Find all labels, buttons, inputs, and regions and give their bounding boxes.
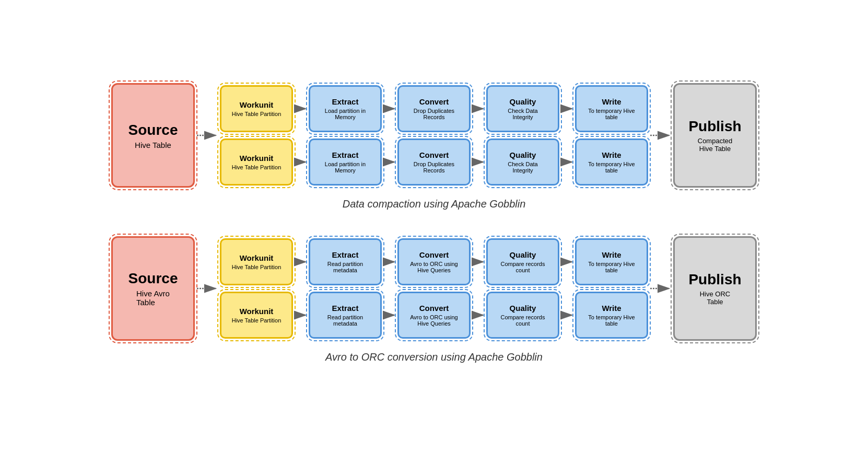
diagram1-row1-step2-subtitle: Drop DuplicatesRecords — [414, 108, 454, 120]
diagram2-row2: Workunit Hive Table Partition Extract Re… — [220, 292, 648, 339]
diagram1-row1-step4-subtitle: To temporary Hivetable — [588, 108, 635, 120]
arrow-s1-s2-r2d1 — [382, 156, 397, 168]
diagram1-row2-workunit-title: Workunit — [240, 154, 274, 163]
diagram2-caption: Avro to ORC conversion using Apache Gobb… — [325, 351, 543, 363]
diagram1-row2-step4-subtitle: To temporary Hivetable — [588, 161, 635, 174]
diagram1-row2-step1: Extract Load partition inMemory — [309, 138, 382, 186]
diagram2-publish-box: Publish Hive ORCTable — [673, 236, 757, 341]
diagram1-row2-step1-title: Extract — [332, 151, 359, 159]
arrow-s3-s4-r2d1 — [559, 156, 575, 168]
diagram2-row2-step3-title: Quality — [510, 304, 536, 313]
arrow-wu1-steps1-d2 — [293, 256, 309, 268]
arrow-s2-s3-r1d1 — [471, 103, 486, 114]
diagram1-row1-step1-title: Extract — [332, 97, 359, 106]
diagram2-row2-step4: Write To temporary Hivetable — [575, 292, 648, 339]
diagram2-source-subtitle: Hive AvroTable — [136, 289, 170, 307]
diagram2-row1-workunit: Workunit Hive Table Partition — [220, 238, 293, 285]
diagram2-row2-step1-subtitle: Read partitionmetadata — [327, 314, 363, 327]
diagram1-row2-step2: Convert Drop DuplicatesRecords — [397, 138, 471, 186]
diagram2-row1-step1: Extract Read partitionmetadata — [309, 238, 382, 285]
diagram2-row2-step1-title: Extract — [332, 304, 359, 313]
diagram2-row2-workunit-subtitle: Hive Table Partition — [232, 317, 281, 324]
diagram1-row2-workunit-subtitle: Hive Table Partition — [232, 164, 281, 170]
diagram2-row2-workunit-title: Workunit — [240, 307, 274, 316]
diagram1-row1-steps: Extract Load partition inMemory Convert … — [309, 85, 648, 132]
diagram1-row2-workunit: Workunit Hive Table Partition — [220, 138, 293, 186]
diagram2-row2-step2-title: Convert — [419, 304, 449, 313]
diagram1-source-title: Source — [128, 122, 178, 138]
diagram2-flow: Source Hive AvroTable Workunit Hive Tabl… — [111, 236, 757, 341]
diagram1-row2: Workunit Hive Table Partition Extract Lo… — [220, 138, 648, 186]
diagram2-row1-step4-subtitle: To temporary Hivetable — [588, 261, 635, 273]
diagram1-row1-step1-subtitle: Load partition inMemory — [325, 108, 366, 120]
diagram2-row2-step4-title: Write — [602, 304, 621, 313]
arrow-rows-to-publish-1 — [648, 130, 673, 141]
arrow-rows-to-publish-2 — [648, 283, 673, 294]
arrow-wu2-steps2 — [293, 156, 309, 168]
arrow-s1-s2-r1d1 — [382, 103, 397, 114]
diagram2-rows: Workunit Hive Table Partition Extract Re… — [220, 238, 648, 339]
diagram1-row1-workunit-subtitle: Hive Table Partition — [232, 111, 281, 117]
diagram1-flow: Source Hive Table Workunit Hive Table Pa… — [111, 83, 757, 188]
diagram1-row1-step3: Quality Check DataIntegrity — [486, 85, 559, 132]
diagram2-row2-step2: Convert Avro to ORC usingHive Queries — [397, 292, 471, 339]
diagram2-row1-step2: Convert Avro to ORC usingHive Queries — [397, 238, 471, 285]
diagram1-row1-workunit-title: Workunit — [240, 100, 274, 109]
diagram2-row2-step4-subtitle: To temporary Hivetable — [588, 314, 635, 327]
diagram1-row1-workunit: Workunit Hive Table Partition — [220, 85, 293, 132]
diagram2: Source Hive AvroTable Workunit Hive Tabl… — [111, 236, 757, 363]
diagram1: Source Hive Table Workunit Hive Table Pa… — [111, 83, 757, 210]
diagram1-row2-steps: Extract Load partition inMemory Convert … — [309, 138, 648, 186]
diagram2-row1-workunit-title: Workunit — [240, 253, 274, 262]
diagram1-row2-step2-title: Convert — [419, 151, 449, 159]
diagram1-row2-step3-title: Quality — [510, 151, 536, 159]
diagram2-publish-subtitle: Hive ORCTable — [700, 290, 731, 306]
arrow-s2-s3-r2d1 — [471, 156, 486, 168]
diagram2-row1-step3-subtitle: Compare recordscount — [501, 261, 545, 273]
diagram2-source-title: Source — [128, 270, 178, 287]
diagram2-row1-step4: Write To temporary Hivetable — [575, 238, 648, 285]
diagram1-caption: Data compaction using Apache Gobblin — [343, 198, 526, 210]
diagram2-row1-step2-subtitle: Avro to ORC usingHive Queries — [410, 261, 458, 273]
arrow-s2-s3-r1d2 — [471, 256, 486, 268]
diagram2-row1-step1-title: Extract — [332, 250, 359, 259]
diagram1-row2-step4-title: Write — [602, 151, 621, 159]
arrow-wu1-steps1 — [293, 103, 309, 114]
diagram2-row1: Workunit Hive Table Partition Extract Re… — [220, 238, 648, 285]
diagram2-row2-step3-subtitle: Compare recordscount — [501, 314, 545, 327]
diagram2-row2-workunit: Workunit Hive Table Partition — [220, 292, 293, 339]
diagram2-source-box: Source Hive AvroTable — [111, 236, 195, 341]
diagram1-row1-step3-subtitle: Check DataIntegrity — [508, 108, 537, 120]
arrow-s1-s2-r2d2 — [382, 309, 397, 321]
diagram1-row1-step3-title: Quality — [510, 97, 536, 106]
diagram2-row2-step1: Extract Read partitionmetadata — [309, 292, 382, 339]
diagram1-publish-subtitle: CompactedHive Table — [698, 137, 732, 153]
diagram1-rows: Workunit Hive Table Partition Extract Lo… — [220, 85, 648, 186]
arrow-wu2-steps2-d2 — [293, 309, 309, 321]
diagram2-publish-title: Publish — [688, 271, 741, 288]
arrow-s2-s3-r2d2 — [471, 309, 486, 321]
diagram2-row2-steps: Extract Read partitionmetadata Convert A… — [309, 292, 648, 339]
diagram2-row1-step3-title: Quality — [510, 250, 536, 259]
diagram1-row2-step1-subtitle: Load partition inMemory — [325, 161, 366, 174]
arrow-source-to-rows-1 — [195, 130, 220, 141]
arrow-s3-s4-r1d2 — [559, 256, 575, 268]
diagram1-source-box: Source Hive Table — [111, 83, 195, 188]
diagram1-row1-step2-title: Convert — [419, 97, 449, 106]
diagram1-row1-step1: Extract Load partition inMemory — [309, 85, 382, 132]
diagram1-row1-step4: Write To temporary Hivetable — [575, 85, 648, 132]
diagram2-row1-workunit-subtitle: Hive Table Partition — [232, 264, 281, 270]
arrow-s3-s4-r1d1 — [559, 103, 575, 114]
diagram1-publish-box: Publish CompactedHive Table — [673, 83, 757, 188]
arrow-s3-s4-r2d2 — [559, 309, 575, 321]
diagram2-row2-step2-subtitle: Avro to ORC usingHive Queries — [410, 314, 458, 327]
arrow-s1-s2-r1d2 — [382, 256, 397, 268]
diagram2-row1-step4-title: Write — [602, 250, 621, 259]
diagram2-row2-step3: Quality Compare recordscount — [486, 292, 559, 339]
diagram2-row1-step1-subtitle: Read partitionmetadata — [327, 261, 363, 273]
diagram2-row1-steps: Extract Read partitionmetadata Convert A… — [309, 238, 648, 285]
diagram2-row1-step2-title: Convert — [419, 250, 449, 259]
diagram1-row2-step4: Write To temporary Hivetable — [575, 138, 648, 186]
diagram1-row2-step2-subtitle: Drop DuplicatesRecords — [414, 161, 454, 174]
diagram1-row1: Workunit Hive Table Partition Extract Lo… — [220, 85, 648, 132]
